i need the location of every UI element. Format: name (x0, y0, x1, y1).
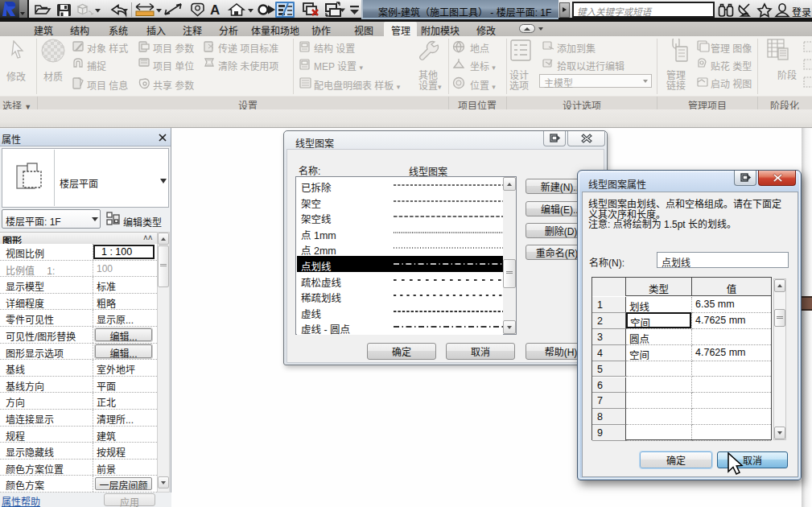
svg-text:A: A (210, 2, 220, 18)
